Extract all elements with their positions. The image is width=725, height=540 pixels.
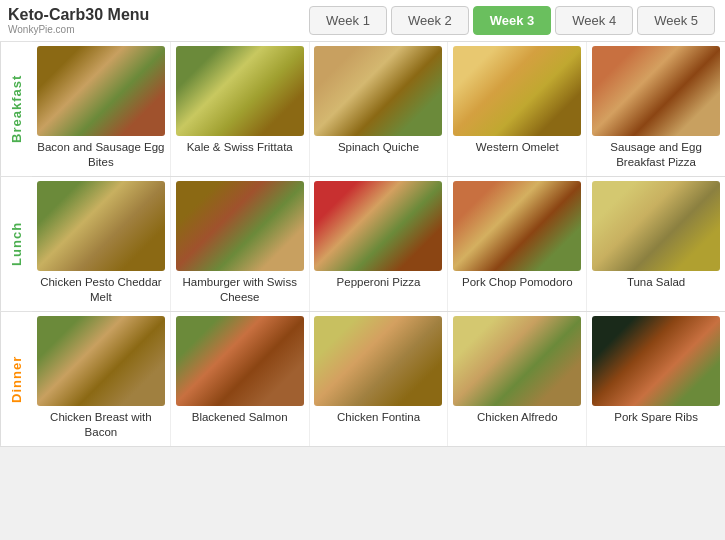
header-title-block: Keto-Carb30 Menu WonkyPie.com <box>8 6 307 35</box>
header: Keto-Carb30 Menu WonkyPie.com Week 1Week… <box>0 0 725 42</box>
food-name: Pepperoni Pizza <box>335 275 423 290</box>
food-name: Bacon and Sausage Egg Bites <box>34 140 168 170</box>
food-image <box>453 181 581 271</box>
meal-item[interactable]: Kale & Swiss Frittata <box>171 42 310 176</box>
meal-item[interactable]: Chicken Pesto Cheddar Melt <box>32 177 171 311</box>
meal-item[interactable]: Western Omelet <box>448 42 587 176</box>
meal-item[interactable]: Spinach Quiche <box>310 42 449 176</box>
meal-label-dinner: Dinner <box>0 312 32 446</box>
week-tab-3[interactable]: Week 3 <box>473 6 552 35</box>
food-image <box>176 316 304 406</box>
food-image <box>592 181 720 271</box>
food-image <box>453 316 581 406</box>
meal-item[interactable]: Pork Chop Pomodoro <box>448 177 587 311</box>
food-image <box>37 181 165 271</box>
app-title: Keto-Carb30 Menu <box>8 6 307 24</box>
meal-item[interactable]: Sausage and Egg Breakfast Pizza <box>587 42 725 176</box>
meal-label-breakfast: Breakfast <box>0 42 32 176</box>
meal-item[interactable]: Chicken Alfredo <box>448 312 587 446</box>
food-name: Chicken Alfredo <box>475 410 560 425</box>
food-name: Kale & Swiss Frittata <box>185 140 295 155</box>
week-tab-1[interactable]: Week 1 <box>309 6 387 35</box>
food-image <box>592 316 720 406</box>
app-container: Keto-Carb30 Menu WonkyPie.com Week 1Week… <box>0 0 725 447</box>
food-name: Blackened Salmon <box>190 410 290 425</box>
meal-item[interactable]: Hamburger with Swiss Cheese <box>171 177 310 311</box>
meal-items-dinner: Chicken Breast with BaconBlackened Salmo… <box>32 312 725 446</box>
food-name: Sausage and Egg Breakfast Pizza <box>589 140 723 170</box>
food-image <box>314 316 442 406</box>
meal-items-lunch: Chicken Pesto Cheddar MeltHamburger with… <box>32 177 725 311</box>
food-image <box>176 46 304 136</box>
week-tab-5[interactable]: Week 5 <box>637 6 715 35</box>
food-name: Chicken Fontina <box>335 410 422 425</box>
meal-item[interactable]: Pepperoni Pizza <box>310 177 449 311</box>
food-image <box>453 46 581 136</box>
food-name: Spinach Quiche <box>336 140 421 155</box>
meal-label-lunch: Lunch <box>0 177 32 311</box>
app-subtitle: WonkyPie.com <box>8 24 307 35</box>
meal-item[interactable]: Pork Spare Ribs <box>587 312 725 446</box>
meal-item[interactable]: Chicken Breast with Bacon <box>32 312 171 446</box>
meal-row-breakfast: BreakfastBacon and Sausage Egg BitesKale… <box>0 42 725 177</box>
food-name: Chicken Breast with Bacon <box>34 410 168 440</box>
meal-item[interactable]: Blackened Salmon <box>171 312 310 446</box>
week-tab-2[interactable]: Week 2 <box>391 6 469 35</box>
meal-item[interactable]: Chicken Fontina <box>310 312 449 446</box>
food-name: Tuna Salad <box>625 275 687 290</box>
food-image <box>592 46 720 136</box>
food-name: Pork Chop Pomodoro <box>460 275 575 290</box>
meal-row-lunch: LunchChicken Pesto Cheddar MeltHamburger… <box>0 177 725 312</box>
food-image <box>176 181 304 271</box>
food-image <box>314 181 442 271</box>
food-image <box>37 46 165 136</box>
food-name: Hamburger with Swiss Cheese <box>173 275 307 305</box>
food-image <box>314 46 442 136</box>
food-image <box>37 316 165 406</box>
week-tabs: Week 1Week 2Week 3Week 4Week 5 <box>307 4 717 37</box>
meal-item[interactable]: Bacon and Sausage Egg Bites <box>32 42 171 176</box>
meal-row-dinner: DinnerChicken Breast with BaconBlackened… <box>0 312 725 447</box>
week-tab-4[interactable]: Week 4 <box>555 6 633 35</box>
food-name: Pork Spare Ribs <box>612 410 700 425</box>
meal-item[interactable]: Tuna Salad <box>587 177 725 311</box>
food-name: Chicken Pesto Cheddar Melt <box>34 275 168 305</box>
food-name: Western Omelet <box>474 140 561 155</box>
meal-items-breakfast: Bacon and Sausage Egg BitesKale & Swiss … <box>32 42 725 176</box>
main-content: BreakfastBacon and Sausage Egg BitesKale… <box>0 42 725 447</box>
